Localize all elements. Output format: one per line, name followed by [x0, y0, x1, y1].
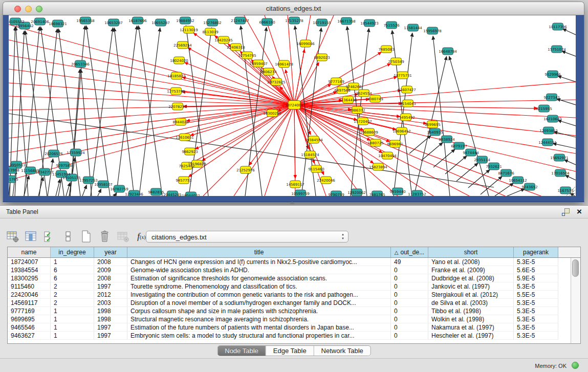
table-cell[interactable]: Jankovic et al. (1997) [428, 282, 514, 291]
citation-edge-black[interactable] [570, 193, 575, 196]
citation-edge-black[interactable] [445, 156, 467, 174]
table-row[interactable]: 1938455462009Genome-wide association stu… [8, 266, 580, 274]
table-cell[interactable]: Disruption of a novel member of a sodium… [127, 299, 391, 307]
table-cell[interactable]: 5.3E-5 [514, 315, 558, 323]
table-cell[interactable]: 5.3E-5 [514, 307, 558, 315]
delete-table-button[interactable] [97, 229, 112, 244]
citation-edge-black[interactable] [38, 178, 43, 196]
citation-edge-black[interactable] [139, 26, 162, 196]
citation-edge-black[interactable] [114, 193, 116, 196]
table-row[interactable]: 911546021997Tourette syndrome. Phenomeno… [8, 282, 580, 291]
table-cell[interactable]: 2 [51, 282, 94, 291]
table-cell[interactable]: Estimation of the future numbers of pati… [127, 323, 391, 332]
table-row[interactable]: 1872400712008Changes of HCN gene express… [8, 258, 580, 266]
table-selector-dropdown[interactable]: citations_edges.txt ▲▼ [146, 231, 349, 243]
table-cell[interactable]: Structural magnetic resonance image aver… [127, 315, 391, 323]
table-cell[interactable]: de Silva et al. (2003) [428, 299, 514, 307]
table-cell[interactable]: 2012 [94, 291, 127, 299]
table-cell[interactable]: Embryonic stem cells: a model to study s… [127, 332, 391, 340]
table-cell[interactable]: 2 [51, 291, 94, 299]
table-cell[interactable]: Estimation of significance thresholds fo… [127, 274, 391, 282]
table-cell[interactable]: Corpus callosum shape and size in male p… [127, 307, 391, 315]
table-cell[interactable]: Stergiakouli et al. (2012) [428, 291, 514, 299]
table-row[interactable]: 1830029562008Estimation of significance … [8, 274, 580, 282]
citation-edge-black[interactable] [558, 120, 576, 126]
citation-edge-black[interactable] [48, 159, 53, 196]
show-column-button[interactable] [24, 229, 38, 244]
table-cell[interactable]: 2008 [94, 258, 127, 266]
table-settings-button[interactable] [5, 229, 20, 244]
table-cell[interactable]: Dudbridge et al. (2008) [428, 274, 514, 282]
tab-edge-table[interactable]: Edge Table [266, 346, 314, 356]
table-cell[interactable]: 5.6E-5 [514, 266, 558, 274]
table-cell[interactable]: 0 [391, 274, 428, 282]
citation-edge-black[interactable] [449, 57, 489, 196]
table-cell[interactable]: 5.3E-5 [514, 282, 558, 291]
column-header-out_de[interactable]: △out_de... [391, 247, 428, 257]
table-row[interactable]: 946362711997Embryonic stem cells: a mode… [8, 332, 580, 340]
table-cell[interactable]: 0 [391, 323, 428, 332]
table-cell[interactable]: 5.9E-5 [514, 274, 558, 282]
citation-edge-black[interactable] [91, 28, 113, 196]
close-panel-icon[interactable]: × [577, 207, 582, 217]
table-cell[interactable]: 9699695 [8, 315, 51, 323]
table-row[interactable]: 2242004622012Investigating the contribut… [8, 291, 580, 299]
table-cell[interactable]: 2 [51, 299, 94, 307]
column-header-pagerank[interactable]: pagerank [514, 247, 558, 257]
table-cell[interactable]: Franke et al. (2009) [428, 266, 514, 274]
tab-node-table[interactable]: Node Table [217, 346, 266, 356]
citation-edge-black[interactable] [564, 160, 576, 165]
table-cell[interactable]: 0 [391, 282, 428, 291]
network-canvas[interactable]: 1872400712113019225692541802402018185823… [9, 15, 576, 196]
table-cell[interactable]: 5.3E-5 [514, 323, 558, 332]
split-pane-handle[interactable] [290, 202, 295, 204]
citation-edge-black[interactable] [563, 29, 576, 35]
citation-edge-black[interactable] [56, 180, 60, 196]
column-header-name[interactable]: name [8, 247, 51, 257]
scrollbar-thumb[interactable] [572, 259, 579, 277]
table-cell[interactable]: Wolkin et al. (1998) [428, 315, 514, 323]
row-height-button[interactable] [60, 229, 75, 244]
column-header-title[interactable]: title [127, 247, 391, 257]
citation-edge-black[interactable] [433, 149, 455, 167]
citation-edge-black[interactable] [507, 189, 525, 196]
table-cell[interactable]: 1997 [94, 332, 127, 340]
table-cell[interactable]: 2009 [94, 266, 127, 274]
select-all-columns-button[interactable]: ✓ ✓ [42, 229, 57, 244]
table-cell[interactable]: Tibbo et al. (1998) [428, 307, 514, 315]
table-cell[interactable]: Hescheler et al. (1997) [428, 332, 514, 340]
table-cell[interactable]: 5.3E-5 [514, 299, 558, 307]
table-cell[interactable]: 9115460 [8, 282, 51, 291]
column-header-in_degree[interactable]: in_degree [51, 247, 94, 257]
table-cell[interactable]: 0 [391, 307, 428, 315]
table-cell[interactable]: 0 [391, 299, 428, 307]
table-cell[interactable]: 1 [51, 332, 94, 340]
table-cell[interactable]: Nakamura et al. (1997) [428, 323, 514, 332]
column-header-year[interactable]: year [94, 247, 127, 257]
citation-edge-black[interactable] [86, 26, 110, 196]
table-cell[interactable]: 18300295 [8, 274, 51, 282]
table-cell[interactable]: 0 [391, 266, 428, 274]
table-cell[interactable]: 9777169 [8, 307, 51, 315]
table-cell[interactable]: 1 [51, 315, 94, 323]
table-cell[interactable]: 0 [391, 291, 428, 299]
table-cell[interactable]: 5.3E-5 [514, 332, 558, 340]
citation-edge-black[interactable] [189, 28, 212, 196]
citation-edge-black[interactable] [558, 76, 576, 82]
table-cell[interactable]: 1998 [94, 315, 127, 323]
table-cell[interactable]: 18724007 [8, 258, 51, 266]
table-cell[interactable]: 6 [51, 266, 94, 274]
table-cell[interactable]: 1 [51, 307, 94, 315]
citation-edge-black[interactable] [116, 26, 137, 196]
citation-edge-black[interactable] [495, 183, 513, 196]
citation-edge-black[interactable] [82, 185, 86, 196]
table-cell[interactable]: Changes of HCN gene expression and I(f) … [127, 258, 391, 266]
table-cell[interactable]: Tourette syndrome. Phenomenology and cla… [127, 282, 391, 291]
table-cell[interactable]: 5.5E-5 [514, 291, 558, 299]
column-header-short[interactable]: short [428, 247, 514, 257]
tab-network-table[interactable]: Network Table [314, 346, 371, 356]
table-cell[interactable]: 9463627 [8, 332, 51, 340]
table-cell[interactable]: 2008 [94, 274, 127, 282]
table-cell[interactable]: Investigating the contribution of common… [127, 291, 391, 299]
create-table-button[interactable] [79, 229, 94, 244]
